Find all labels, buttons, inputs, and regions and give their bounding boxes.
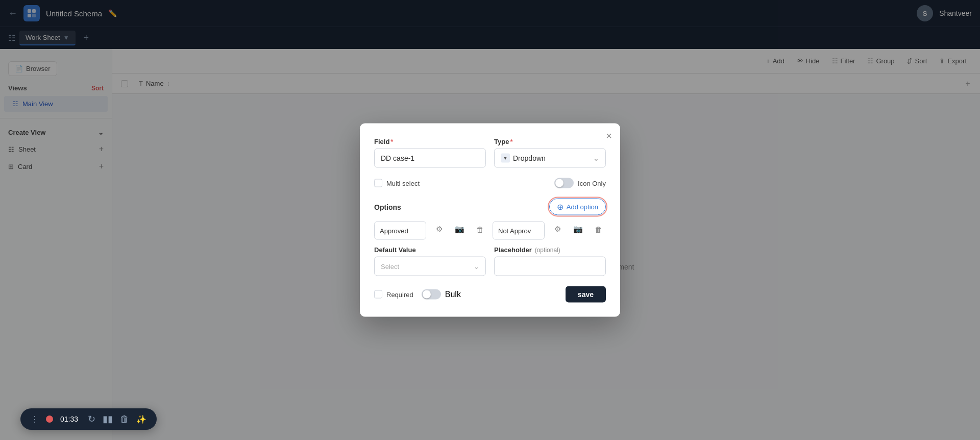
field-input[interactable]: [374, 149, 486, 168]
field-type-row: Field * Type * ▼ Dropdown ⌄: [374, 138, 606, 168]
required-checkbox-item[interactable]: Required: [374, 290, 413, 299]
type-group: Type * ▼ Dropdown ⌄: [494, 138, 606, 168]
type-label: Type *: [494, 138, 606, 145]
close-button[interactable]: ×: [606, 131, 612, 141]
option1-image-icon[interactable]: 📷: [452, 222, 467, 237]
save-button[interactable]: save: [566, 286, 606, 303]
required-checkbox[interactable]: [374, 290, 382, 299]
icon-only-toggle-item: Icon Only: [554, 178, 606, 188]
chevron-down-icon: ⌄: [474, 262, 479, 270]
placeholder-group: Placeholder (optional): [494, 246, 606, 276]
option2-group: [493, 222, 545, 240]
option2-delete-icon[interactable]: 🗑: [591, 222, 606, 237]
option1-group: [374, 222, 426, 240]
record-indicator[interactable]: [46, 415, 53, 423]
chevron-down-icon: ⌄: [593, 154, 599, 162]
sparkle-icon[interactable]: ✨: [136, 414, 146, 424]
toggle-knob: [555, 179, 564, 187]
bulk-toggle-knob: [423, 290, 431, 299]
default-value-group: Default Value Select ⌄: [374, 246, 486, 276]
type-select[interactable]: ▼ Dropdown ⌄: [494, 149, 606, 168]
placeholder-label: Placeholder (optional): [494, 246, 606, 254]
bulk-toggle[interactable]: [422, 289, 441, 300]
bulk-toggle-item: Bulk: [422, 289, 461, 300]
dropdown-type-icon: ▼: [501, 154, 510, 163]
modal-bottom: Required Bulk save: [374, 286, 606, 303]
option1-delete-icon[interactable]: 🗑: [472, 222, 487, 237]
option2-image-icon[interactable]: 📷: [570, 222, 585, 237]
ring-indicator: [548, 197, 607, 217]
recording-bar: ⋮ 01:33 ↻ ▮▮ 🗑 ✨: [20, 408, 157, 430]
undo-button[interactable]: ↻: [88, 413, 95, 425]
default-value-select[interactable]: Select ⌄: [374, 257, 486, 276]
placeholder-input[interactable]: [494, 257, 606, 276]
recording-time: 01:33: [60, 415, 81, 423]
multi-select-checkbox-item[interactable]: Multi select: [374, 179, 420, 187]
option1-settings-icon[interactable]: ⚙: [431, 222, 447, 237]
field-modal: × Field * Type * ▼ Dropdown ⌄: [360, 124, 620, 317]
field-group: Field *: [374, 138, 486, 168]
drag-handle-icon[interactable]: ⋮: [31, 414, 39, 424]
option2-settings-icon[interactable]: ⚙: [550, 222, 565, 237]
multi-select-checkbox[interactable]: [374, 179, 382, 187]
default-value-label: Default Value: [374, 246, 486, 254]
option2-input[interactable]: [493, 227, 545, 234]
options-checkboxes-row: Multi select Icon Only: [374, 178, 606, 188]
default-placeholder-row: Default Value Select ⌄ Placeholder (opti…: [374, 246, 606, 276]
options-row: ⚙ 📷 🗑 ⚙ 📷 🗑: [374, 222, 606, 240]
option1-input[interactable]: [375, 227, 426, 234]
delete-button[interactable]: 🗑: [120, 414, 129, 425]
field-label: Field *: [374, 138, 486, 145]
icon-only-toggle[interactable]: [554, 178, 574, 188]
add-option-button[interactable]: ⊕ Add option: [549, 199, 606, 215]
pause-button[interactable]: ▮▮: [103, 413, 113, 425]
options-header: Options ⊕ Add option: [374, 199, 606, 215]
